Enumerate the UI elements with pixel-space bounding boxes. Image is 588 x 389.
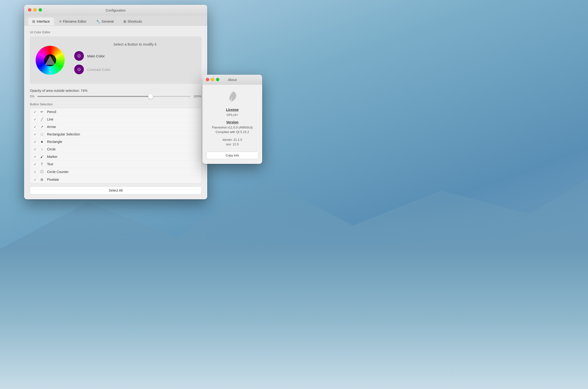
circle-label: Circle bbox=[47, 147, 56, 151]
color-wheel[interactable] bbox=[36, 46, 64, 75]
tab-general[interactable]: 🔧 General bbox=[92, 18, 118, 25]
list-item[interactable]: ✓ ⊞ Pixelate bbox=[30, 176, 201, 183]
ui-color-editor-label: UI Color Editor bbox=[30, 30, 201, 34]
check-circle-counter: ✓ bbox=[33, 170, 37, 174]
slider-max: 100% bbox=[193, 95, 201, 98]
arrow-label: Arrow bbox=[47, 125, 56, 129]
opacity-label: Opacity of area outside selection: 74% bbox=[30, 89, 201, 93]
circle-counter-icon: ⓘ bbox=[40, 170, 44, 174]
select-all-button[interactable]: Select All bbox=[30, 186, 201, 194]
marker-icon: 🖌 bbox=[40, 155, 44, 159]
config-content: UI Color Editor Select a Button to modif… bbox=[24, 26, 207, 199]
marker-label: Marker bbox=[47, 155, 58, 159]
app-logo bbox=[225, 89, 240, 104]
tab-shortcuts[interactable]: ⊞ Shortcuts bbox=[119, 18, 146, 25]
wheel-triangle bbox=[45, 56, 55, 65]
wheel-pointer bbox=[49, 71, 51, 73]
main-color-label: Main Color bbox=[87, 54, 105, 58]
rect-sel-label: Rectangular Selection bbox=[47, 132, 80, 136]
check-marker: ✓ bbox=[33, 155, 37, 159]
contrast-color-inner bbox=[77, 68, 81, 71]
feather-logo bbox=[225, 89, 240, 104]
slider-thumb[interactable] bbox=[148, 94, 153, 99]
about-window: About License GPLv3+ Version Flameshot v… bbox=[202, 75, 262, 164]
line-label: Line bbox=[47, 117, 53, 121]
filename-icon: ≡ bbox=[59, 20, 61, 23]
text-label: Text bbox=[47, 162, 53, 166]
check-pencil: ✓ bbox=[33, 110, 37, 114]
check-arrow: ✓ bbox=[33, 125, 37, 129]
version-title: Version bbox=[206, 120, 258, 124]
pixelate-icon: ⊞ bbox=[40, 178, 44, 182]
rectangle-label: Rectangle bbox=[47, 140, 62, 144]
version-text: Flameshot v11.0.0 (4680dcd) Compiled wit… bbox=[206, 125, 258, 134]
list-item[interactable]: ✓ ↗ Arrow bbox=[30, 123, 201, 131]
check-pixelate: ✓ bbox=[33, 178, 37, 182]
tab-general-label: General bbox=[102, 20, 114, 23]
list-item[interactable]: ✓ ✏ Pencil bbox=[30, 108, 201, 116]
contrast-color-label: Contrast Color bbox=[87, 67, 111, 72]
config-window: Configuration ⊟ Interface ≡ Filename Edi… bbox=[24, 5, 207, 199]
general-icon: 🔧 bbox=[96, 20, 100, 23]
rectangle-icon: ■ bbox=[40, 140, 44, 144]
list-item[interactable]: ✓ T Text bbox=[30, 161, 201, 168]
list-item[interactable]: ✓ ○ Circle bbox=[30, 146, 201, 153]
pencil-label: Pencil bbox=[47, 110, 56, 114]
slider-row: 0% 100% bbox=[30, 95, 201, 98]
minimize-button[interactable] bbox=[33, 8, 37, 12]
pencil-icon: ✏ bbox=[40, 110, 44, 114]
circle-icon: ○ bbox=[40, 147, 44, 151]
check-text: ✓ bbox=[33, 162, 37, 166]
contrast-color-button[interactable] bbox=[74, 65, 84, 74]
color-wheel-container[interactable] bbox=[36, 46, 64, 75]
about-window-controls bbox=[206, 78, 219, 81]
select-button-hint: Select a Button to modify it bbox=[74, 42, 196, 46]
button-selection-label: Button Selection bbox=[30, 102, 201, 106]
circle-counter-label: Circle Counter bbox=[47, 170, 68, 174]
slider-min: 0% bbox=[30, 95, 34, 98]
system-info: darwin: 21.1.0 osx: 12.0 bbox=[206, 137, 258, 147]
main-color-inner bbox=[77, 54, 81, 58]
opacity-section: Opacity of area outside selection: 74% 0… bbox=[30, 89, 201, 98]
license-title: License bbox=[206, 108, 258, 112]
maximize-button[interactable] bbox=[38, 8, 42, 12]
button-list: ✓ ✏ Pencil ✓ ╱ Line ✓ ↗ Arrow ✓ □ Rectan… bbox=[30, 108, 201, 183]
arrow-icon: ↗ bbox=[40, 125, 44, 129]
list-item[interactable]: ✓ □ Rectangular Selection bbox=[30, 131, 201, 138]
check-line: ✓ bbox=[33, 118, 37, 121]
about-title: About bbox=[228, 78, 237, 82]
check-rect-sel: ✓ bbox=[33, 132, 37, 136]
config-title: Configuration bbox=[106, 8, 125, 12]
config-titlebar: Configuration bbox=[24, 5, 207, 15]
text-icon: T bbox=[40, 162, 44, 166]
tab-shortcuts-label: Shortcuts bbox=[128, 20, 142, 23]
about-content: License GPLv3+ Version Flameshot v11.0.0… bbox=[202, 85, 262, 164]
rect-sel-icon: □ bbox=[40, 132, 44, 136]
pixelate-label: Pixelate bbox=[47, 178, 59, 182]
tab-interface[interactable]: ⊟ Interface bbox=[28, 18, 54, 25]
color-buttons-area: Select a Button to modify it Main Color … bbox=[74, 42, 196, 78]
about-close-button[interactable] bbox=[206, 78, 209, 81]
check-rectangle: ✓ bbox=[33, 140, 37, 144]
slider-fill bbox=[37, 96, 151, 97]
tab-interface-label: Interface bbox=[37, 20, 50, 23]
tab-filename-label: Filename Editor bbox=[63, 20, 87, 23]
license-text: GPLv3+ bbox=[206, 113, 258, 117]
list-item[interactable]: ✓ ■ Rectangle bbox=[30, 138, 201, 146]
interface-icon: ⊟ bbox=[32, 20, 35, 23]
check-circle: ✓ bbox=[33, 148, 37, 151]
about-minimize-button[interactable] bbox=[211, 78, 214, 81]
contrast-color-row: Contrast Color bbox=[74, 65, 196, 74]
close-button[interactable] bbox=[28, 8, 31, 12]
tab-bar: ⊟ Interface ≡ Filename Editor 🔧 General … bbox=[24, 15, 207, 26]
list-item[interactable]: ✓ 🖌 Marker bbox=[30, 153, 201, 161]
tab-filename-editor[interactable]: ≡ Filename Editor bbox=[55, 18, 91, 25]
window-controls bbox=[28, 8, 42, 12]
list-item[interactable]: ✓ ╱ Line bbox=[30, 116, 201, 123]
shortcuts-icon: ⊞ bbox=[124, 20, 126, 23]
about-maximize-button[interactable] bbox=[216, 78, 219, 81]
copy-info-button[interactable]: Copy Info bbox=[206, 152, 258, 159]
main-color-button[interactable] bbox=[74, 51, 84, 61]
list-item[interactable]: ✓ ⓘ Circle Counter bbox=[30, 168, 201, 176]
opacity-slider[interactable] bbox=[37, 96, 191, 97]
